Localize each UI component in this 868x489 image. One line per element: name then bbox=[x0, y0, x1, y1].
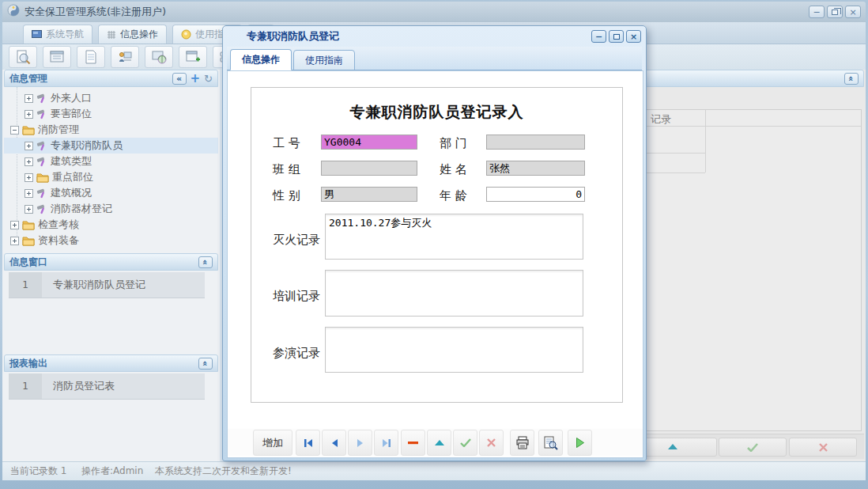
folder-icon bbox=[22, 220, 35, 230]
restore-button[interactable] bbox=[827, 6, 843, 18]
tree-item-jianzhu-leixing[interactable]: 建筑类型 bbox=[4, 154, 218, 169]
dialog-close-button[interactable]: × bbox=[626, 30, 641, 43]
field-label-nianling: 年 龄 bbox=[440, 188, 467, 203]
document-button[interactable] bbox=[77, 46, 105, 68]
maximize-icon bbox=[613, 34, 620, 40]
print-preview-button[interactable] bbox=[538, 430, 563, 456]
cancel-button[interactable] bbox=[789, 438, 857, 457]
network-monitor-button[interactable] bbox=[145, 46, 173, 68]
row-index: 1 bbox=[9, 373, 42, 399]
field-label-miehuo-jilu: 灭火记录 bbox=[273, 233, 320, 248]
next-record-button[interactable] bbox=[348, 430, 372, 456]
tree-item-xiaofang-guanli[interactable]: 消防管理 bbox=[4, 122, 218, 138]
search-document-button[interactable] bbox=[9, 46, 37, 68]
confirm-button[interactable] bbox=[719, 438, 787, 457]
expand-icon[interactable] bbox=[25, 189, 33, 198]
expand-icon[interactable] bbox=[10, 237, 19, 245]
report-output-panel-header: 报表输出 « bbox=[4, 354, 218, 372]
menu-item-system-nav[interactable]: 系统导航 bbox=[23, 25, 92, 44]
peixun-jilu-textarea[interactable] bbox=[325, 270, 583, 317]
delete-record-button[interactable] bbox=[401, 430, 425, 456]
add-node-button[interactable]: + bbox=[191, 71, 201, 85]
tool-icon bbox=[36, 140, 47, 151]
collapse-content-button[interactable]: « bbox=[844, 73, 859, 85]
row-index: 1 bbox=[9, 272, 42, 298]
info-manage-title: 信息管理 bbox=[9, 72, 47, 85]
execute-button[interactable] bbox=[568, 430, 592, 456]
table-header-partial: 记录 bbox=[651, 112, 671, 127]
new-window-button[interactable] bbox=[179, 46, 207, 68]
xingbie-input[interactable] bbox=[321, 187, 417, 202]
nianling-input[interactable] bbox=[486, 187, 585, 202]
minimize-button[interactable]: − bbox=[809, 6, 825, 18]
tree-item-zhongdian-buwei[interactable]: 重点部位 bbox=[4, 169, 218, 185]
add-record-button[interactable]: 增加 bbox=[253, 430, 292, 456]
expand-icon[interactable] bbox=[25, 173, 33, 182]
info-window-row[interactable]: 1 专兼职消防队员登记 bbox=[9, 272, 205, 298]
field-label-bumen: 部 门 bbox=[440, 136, 467, 151]
network-monitor-icon bbox=[151, 49, 167, 65]
tree-item-yaohai-buwei[interactable]: 要害部位 bbox=[4, 106, 218, 122]
field-label-peixun-jilu: 培训记录 bbox=[273, 289, 320, 304]
xingming-input[interactable] bbox=[486, 161, 585, 176]
guide-icon bbox=[181, 29, 191, 40]
collapse-icon[interactable] bbox=[10, 126, 19, 135]
expand-icon[interactable] bbox=[25, 110, 33, 119]
window-title: 安全保卫管理系统(非注册用户) bbox=[25, 5, 166, 19]
document-icon bbox=[83, 49, 99, 65]
tree-item-zhuanjianzhi-xiaofang-duiyuan[interactable]: 专兼职消防队员 bbox=[4, 138, 218, 154]
data-form-button[interactable] bbox=[43, 46, 71, 68]
expand-icon[interactable] bbox=[25, 157, 33, 166]
close-button[interactable]: × bbox=[845, 6, 861, 18]
dialog-tab-guide[interactable]: 使用指南 bbox=[293, 50, 355, 70]
collapse-info-window-button[interactable]: « bbox=[198, 256, 213, 268]
status-message: 本系统支持二次开发和全新开发! bbox=[155, 464, 292, 478]
cancel-record-button[interactable] bbox=[479, 430, 504, 456]
tree-item-jiancha-kaohe[interactable]: 检查考核 bbox=[4, 217, 218, 233]
collapse-report-output-button[interactable]: « bbox=[198, 358, 213, 370]
collapse-up-icon: « bbox=[201, 360, 209, 366]
tool-icon bbox=[36, 188, 47, 199]
x-icon bbox=[487, 438, 496, 447]
refresh-tree-button[interactable]: ↻ bbox=[204, 73, 213, 85]
banzu-input[interactable] bbox=[321, 161, 417, 176]
gonghao-input[interactable] bbox=[321, 135, 417, 150]
canyan-jilu-textarea[interactable] bbox=[325, 327, 583, 373]
menu-item-info-operate[interactable]: 信息操作 bbox=[98, 25, 167, 44]
edit-record-button[interactable] bbox=[427, 430, 451, 456]
miehuo-jilu-textarea[interactable]: 2011.10.27参与灭火 bbox=[325, 214, 583, 260]
expand-icon[interactable] bbox=[25, 94, 33, 103]
dialog-tab-info-operate[interactable]: 信息操作 bbox=[230, 49, 292, 70]
last-record-button[interactable] bbox=[374, 430, 398, 456]
tree-item-wailai-renkou[interactable]: 外来人口 bbox=[4, 90, 218, 106]
expand-icon[interactable] bbox=[25, 142, 33, 150]
tree-item-xiaofang-qicai-dengji[interactable]: 消防器材登记 bbox=[4, 201, 218, 217]
collapse-up-icon: « bbox=[847, 75, 855, 81]
dialog-maximize-button[interactable] bbox=[609, 30, 624, 43]
check-icon bbox=[747, 443, 758, 452]
nav-tree: 外来人口 要害部位 消防管理 专兼职消防队员 建筑类型 bbox=[4, 87, 218, 252]
tree-item-jianzhu-gaikuang[interactable]: 建筑概况 bbox=[4, 185, 218, 201]
tool-icon bbox=[36, 93, 47, 104]
field-label-banzu: 班 组 bbox=[273, 162, 300, 177]
row-label: 专兼职消防队员登记 bbox=[42, 278, 145, 292]
operator-board-button[interactable] bbox=[111, 46, 139, 68]
tree-item-ziliao-zhuangbei[interactable]: 资料装备 bbox=[4, 233, 218, 248]
expand-icon[interactable] bbox=[25, 205, 33, 214]
dialog-minimize-button[interactable]: − bbox=[591, 30, 606, 43]
confirm-record-button[interactable] bbox=[453, 430, 477, 456]
collapse-sidebar-button[interactable]: « bbox=[172, 73, 187, 85]
dialog-title: 专兼职消防队员登记 bbox=[247, 29, 339, 44]
print-button[interactable] bbox=[510, 430, 534, 456]
prev-record-button[interactable] bbox=[322, 430, 346, 456]
first-record-icon bbox=[303, 438, 314, 448]
field-label-canyan-jilu: 参演记录 bbox=[273, 346, 320, 361]
statusbar: 当前记录数 1 操作者:Admin 本系统支持二次开发和全新开发! bbox=[2, 461, 866, 480]
first-record-button[interactable] bbox=[296, 430, 320, 456]
expand-icon[interactable] bbox=[10, 221, 19, 229]
printer-icon bbox=[515, 436, 530, 449]
folder-icon bbox=[36, 172, 49, 183]
bumen-input[interactable] bbox=[486, 135, 585, 150]
report-output-row[interactable]: 1 消防员登记表 bbox=[9, 373, 205, 400]
dialog-titlebar[interactable]: 专兼职消防队员登记 − × bbox=[223, 26, 646, 47]
